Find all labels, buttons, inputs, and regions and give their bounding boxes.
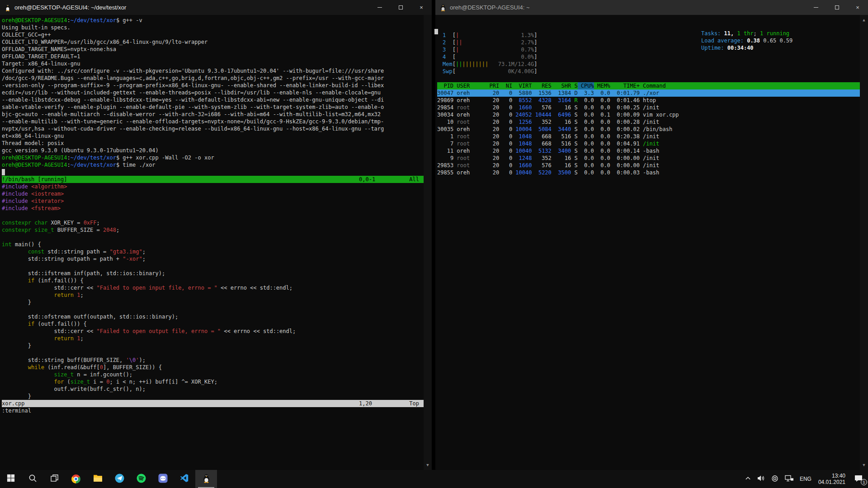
code-line: [2, 306, 424, 313]
code-line: #include <algorithm>: [2, 183, 424, 190]
notification-badge: 1: [861, 479, 867, 485]
discord-button[interactable]: [152, 470, 174, 488]
terminal-line: oreh@DESKTOP-AGESUI4:~/dev/test/xor$ tim…: [2, 161, 424, 169]
windows-ink-button[interactable]: [768, 470, 782, 488]
bash-output: oreh@DESKTOP-AGESUI4:~/dev/test/xor$ g++…: [2, 17, 424, 176]
start-button[interactable]: [0, 470, 22, 488]
terminal-line: COLLECT_LTO_WRAPPER=/usr/lib/gcc/x86_64-…: [2, 38, 424, 46]
code-line: std::cerr << "Failed to open input file,…: [2, 284, 424, 291]
tray-time: 13:40: [818, 473, 845, 479]
code-line: return 1;: [2, 335, 424, 342]
left-window-title: oreh@DESKTOP-AGESUI4: ~/dev/test/xor: [14, 4, 126, 11]
terminal-line: sable-vtable-verify --enable-plugin --en…: [2, 103, 424, 111]
code-line: [2, 234, 424, 241]
summary-line: Load average: 0.38 0.65 0.59: [701, 37, 793, 44]
telegram-button[interactable]: [108, 470, 130, 488]
process-row[interactable]: 10 root200125635216 S0.00.00:00.28/init: [437, 118, 868, 126]
minimize-button[interactable]: [369, 0, 390, 15]
language-label: ENG: [800, 476, 811, 482]
code-line: [2, 349, 424, 357]
taskbar-spacer: [217, 470, 742, 488]
minimize-button[interactable]: [806, 0, 826, 15]
maximize-button[interactable]: [826, 0, 847, 15]
task-view-button[interactable]: [43, 470, 65, 488]
maximize-button[interactable]: [390, 0, 411, 15]
chrome-button[interactable]: [65, 470, 87, 488]
process-row[interactable]: 11 oreh2001004051323400 S0.00.00:00.14-b…: [437, 147, 868, 155]
vim-buffer-name: !/bin/bash [running]: [2, 176, 67, 183]
htop-summary: Tasks: 11, 1 thr; 1 runningLoad average:…: [701, 30, 793, 52]
notification-center-button[interactable]: 1: [849, 470, 868, 488]
terminal-window-htop: oreh@DESKTOP-AGESUI4: ~ × 1[|1.3%]2[||2.…: [435, 0, 868, 470]
meter: 3[|0.7%]: [443, 46, 868, 53]
process-row[interactable]: 9 root200124835216 S0.00.00:00.00/init: [437, 155, 868, 162]
meter: 2[||2.7%]: [443, 39, 868, 46]
wsl-terminal-button[interactable]: [195, 470, 217, 488]
terminal-line: oreh@DESKTOP-AGESUI4:~/dev/test/xor$ g++…: [2, 17, 424, 24]
left-titlebar[interactable]: oreh@DESKTOP-AGESUI4: ~/dev/test/xor ×: [0, 0, 432, 15]
code-line: [2, 212, 424, 219]
code-line: }: [2, 299, 424, 306]
process-row[interactable]: 29855 oreh2001004052203500 S0.00.00:00.0…: [437, 169, 868, 176]
vscode-button[interactable]: [174, 470, 195, 488]
language-indicator[interactable]: ENG: [797, 470, 815, 488]
tux-icon: [203, 474, 210, 485]
meter: 1[|1.3%]: [443, 32, 868, 39]
vscode-icon: [180, 474, 189, 484]
code-line: int main() {: [2, 241, 424, 248]
right-scrollbar[interactable]: ▲ ▼: [860, 15, 868, 470]
spotify-icon: [137, 474, 146, 485]
console-cursor-block: [434, 29, 438, 34]
scroll-down-icon[interactable]: ▼: [863, 461, 865, 469]
close-button[interactable]: ×: [847, 0, 868, 15]
summary-line: Uptime: 00:34:40: [701, 44, 793, 52]
terminal-line: --enable-libstdcxx-debug --enable-libstd…: [2, 96, 424, 103]
scroll-down-icon[interactable]: ▼: [426, 461, 429, 469]
network-button[interactable]: [782, 470, 797, 488]
terminal-line: OFFLOAD_TARGET_NAMES=nvptx-none:hsa: [2, 46, 424, 53]
terminal-line: nvptx/usr,hsa --without-cuda-driver --en…: [2, 125, 424, 132]
telegram-icon: [115, 474, 124, 485]
process-table-header[interactable]: PID USERPRINIVIRTRESSHR SCPU%MEM%TIME+Co…: [437, 82, 868, 89]
summary-line: Tasks: 11, 1 thr; 1 running: [701, 30, 793, 37]
chrome-icon: [71, 474, 80, 483]
tray-expand-button[interactable]: [742, 470, 754, 488]
terminal-line: COLLECT_GCC=g++: [2, 31, 424, 38]
code-line: for (size_t i = 0; i < n; ++i) buff[i] ^…: [2, 378, 424, 385]
spotify-button[interactable]: [130, 470, 152, 488]
search-button[interactable]: [22, 470, 43, 488]
terminal-line: /doc/gcc-9/README.Bugs --enable-language…: [2, 75, 424, 82]
process-row[interactable]: 29853 root200166057616 S0.00.00:00.00/in…: [437, 162, 868, 169]
clock[interactable]: 13:40 04.01.2021: [815, 470, 849, 488]
process-row[interactable]: 29869 oreh200855243283164 R0.00.00:01.46…: [437, 97, 868, 104]
code-line: while (inf.read(&buff[0], BUFFER_SIZE)) …: [2, 364, 424, 371]
file-explorer-button[interactable]: [87, 470, 108, 488]
code-line: size_t n = inf.gcount();: [2, 371, 424, 378]
volume-button[interactable]: [754, 470, 768, 488]
terminal-line: gcc version 9.3.0 (Ubuntu 9.3.0-17ubuntu…: [2, 147, 424, 154]
process-row[interactable]: 30047 oreh200588015361384 D3.30.00:01.79…: [437, 89, 868, 97]
process-row[interactable]: 7 root2001048668516 S0.00.00:04.91/init: [437, 140, 868, 147]
left-terminal-content: oreh@DESKTOP-AGESUI4:~/dev/test/xor$ g++…: [0, 15, 424, 470]
terminal-line: Thread model: posix: [2, 140, 424, 147]
terminal-line: oreh@DESKTOP-AGESUI4:~/dev/test/xor$ g++…: [2, 154, 424, 161]
scroll-up-icon[interactable]: ▲: [863, 16, 865, 23]
meter: Swp[0K/4.00G]: [443, 68, 868, 75]
process-row[interactable]: 1 root2001048668516 S0.00.00:20.38/init: [437, 133, 868, 140]
close-button[interactable]: ×: [411, 0, 432, 15]
terminal-line: --enable-multilib --with-tune=generic --…: [2, 118, 424, 125]
code-line: constexpr size_t BUFFER_SIZE = 2048;: [2, 226, 424, 234]
process-row[interactable]: 29854 root200166057616 S0.00.00:00.25/in…: [437, 104, 868, 111]
code-line: #include <iostream>: [2, 190, 424, 197]
terminal-window-xor: oreh@DESKTOP-AGESUI4: ~/dev/test/xor × o…: [0, 0, 432, 470]
terminal-line: bjc-gc=auto --enable-multiarch --disable…: [2, 111, 424, 118]
process-row[interactable]: 30035 oreh2001000450843440 S0.00.00:00.0…: [437, 126, 868, 133]
vim-bottom-statusline: xor.cpp 1,20 Top: [2, 400, 424, 407]
tux-icon: [5, 4, 11, 11]
process-row[interactable]: 30034 oreh20024052104446496 S0.00.10:00.…: [437, 111, 868, 118]
right-titlebar[interactable]: oreh@DESKTOP-AGESUI4: ~ ×: [435, 0, 868, 15]
code-line: constexpr char XOR_KEY = 0xFF;: [2, 219, 424, 226]
left-scrollbar[interactable]: ▼: [424, 15, 432, 470]
vim-file-position: 1,20: [359, 400, 372, 407]
vim-code-buffer: #include <algorithm>#include <iostream>#…: [2, 183, 424, 400]
